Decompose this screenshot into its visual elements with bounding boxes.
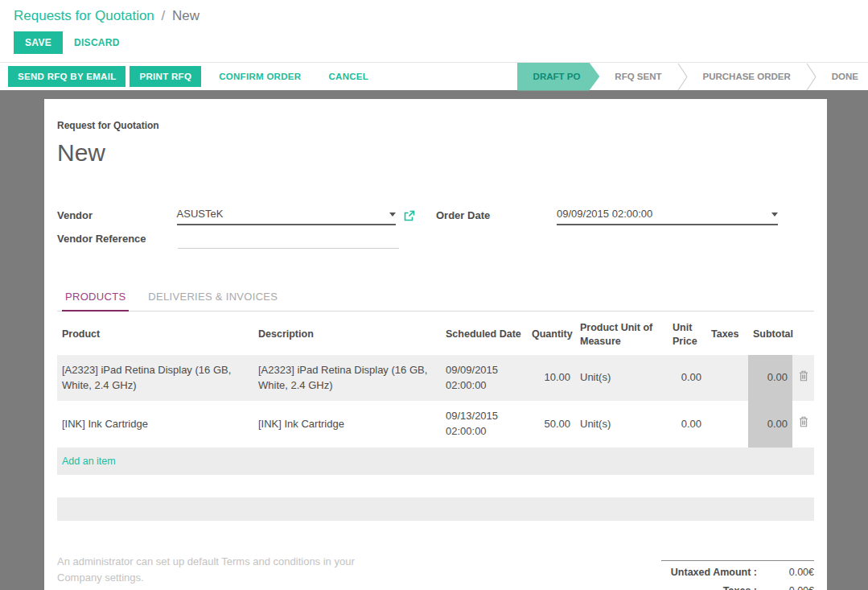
col-header-subtotal[interactable]: Subtotal [748,315,792,355]
totals-block: Untaxed Amount : 0.00€ Taxes : 0.00€ Tot… [661,560,814,590]
footer-section: Untaxed Amount : 0.00€ Taxes : 0.00€ Tot… [57,554,814,590]
empty-section-bar [57,497,814,521]
order-date-field[interactable]: 09/09/2015 02:00:00 [557,208,778,225]
cell-subtotal: 0.00 [748,355,792,402]
order-date-label: Order Date [436,209,557,225]
tab-products[interactable]: PRODUCTS [62,284,129,312]
workflow-toolbar: SEND RFQ BY EMAIL PRINT RFQ CONFIRM ORDE… [0,62,868,90]
status-step-done[interactable]: DONE [817,63,868,91]
vendor-label: Vendor [57,209,177,225]
col-header-uom[interactable]: Product Unit of Measure [575,315,668,355]
order-lines-table: Product Description Scheduled Date Quant… [57,315,814,475]
order-date-value[interactable]: 09/09/2015 02:00:00 [557,208,768,221]
main-content-area: Request for Quotation New Vendor ASUSTeK [0,90,868,590]
cell-quantity[interactable]: 10.00 [527,355,575,402]
status-step-label: DONE [832,72,858,81]
status-step-label: DRAFT PO [533,72,581,81]
col-header-actions [792,315,814,355]
col-header-taxes[interactable]: Taxes [706,315,748,355]
page-title: New [57,139,814,167]
cell-uom[interactable]: Unit(s) [575,401,668,448]
status-step-draft-po[interactable]: DRAFT PO [517,63,600,91]
taxes-value: 0.00€ [764,585,814,590]
trash-icon[interactable] [799,370,808,382]
form-sheet: Request for Quotation New Vendor ASUSTeK [44,99,827,590]
col-header-quantity[interactable]: Quantity [527,315,575,355]
status-step-purchase-order[interactable]: PURCHASE ORDER [688,63,806,91]
breadcrumb-separator: / [158,8,169,23]
cell-actions [792,401,814,448]
breadcrumb-current: New [172,8,200,23]
notebook-tabs: PRODUCTS DELIVERIES & INVOICES [57,284,814,312]
cell-actions [792,355,814,402]
cell-scheduled-date[interactable]: 09/13/2015 02:00:00 [441,401,527,448]
status-step-label: PURCHASE ORDER [703,72,791,81]
cancel-button[interactable]: CANCEL [315,66,382,87]
col-header-scheduled-date[interactable]: Scheduled Date [441,315,527,355]
col-header-product[interactable]: Product [57,315,253,355]
discard-button[interactable]: DISCARD [63,31,131,54]
cell-description[interactable]: [INK] Ink Cartridge [253,401,441,448]
cell-scheduled-date[interactable]: 09/09/2015 02:00:00 [441,355,527,402]
document-type-label: Request for Quotation [57,120,814,131]
vendor-field[interactable]: ASUSTeK [177,208,396,225]
cell-description[interactable]: [A2323] iPad Retina Display (16 GB, Whit… [253,355,441,402]
chevron-down-icon[interactable] [771,212,778,217]
cell-subtotal: 0.00 [748,401,792,448]
trash-icon[interactable] [799,416,808,427]
col-header-unit-price[interactable]: Unit Price [668,315,706,355]
confirm-order-button[interactable]: CONFIRM ORDER [205,66,315,87]
cell-product[interactable]: [INK] Ink Cartridge [57,401,253,448]
vendor-reference-field[interactable] [178,232,399,249]
cell-taxes[interactable] [706,401,748,448]
breadcrumb-parent-link[interactable]: Requests for Quotation [14,8,154,23]
breadcrumb: Requests for Quotation / New [14,8,854,24]
cell-product[interactable]: [A2323] iPad Retina Display (16 GB, Whit… [57,355,253,402]
vendor-reference-label: Vendor Reference [57,233,178,249]
cell-taxes[interactable] [706,355,748,402]
untaxed-amount-value: 0.00€ [764,567,814,578]
col-header-description[interactable]: Description [253,315,441,355]
cell-quantity[interactable]: 50.00 [527,401,575,448]
status-bar: DRAFT PO RFQ SENT PURCHASE ORDER DONE [517,63,868,91]
step-separator-chevron-icon [677,63,688,91]
untaxed-amount-label: Untaxed Amount : [661,567,764,578]
field-group: Vendor ASUSTeK Vendor Reference [57,204,814,250]
taxes-label: Taxes : [661,585,764,590]
cell-unit-price[interactable]: 0.00 [668,401,706,448]
add-an-item-row[interactable]: Add an item [57,448,814,475]
vendor-reference-value[interactable] [178,232,399,245]
chevron-down-icon[interactable] [389,212,396,217]
terms-notes-area [57,554,400,590]
terms-notes-textarea[interactable] [57,554,397,590]
tab-deliveries-invoices[interactable]: DELIVERIES & INVOICES [145,284,281,311]
print-rfq-button[interactable]: PRINT RFQ [130,66,201,87]
status-step-rfq-sent[interactable]: RFQ SENT [599,63,677,91]
record-action-row: SAVE DISCARD [14,31,854,62]
send-rfq-by-email-button[interactable]: SEND RFQ BY EMAIL [8,66,125,87]
table-header-row: Product Description Scheduled Date Quant… [57,315,814,355]
status-step-label: RFQ SENT [615,72,661,81]
step-separator-chevron-icon [806,63,817,91]
table-row[interactable]: [A2323] iPad Retina Display (16 GB, Whit… [57,355,814,402]
save-button[interactable]: SAVE [14,31,63,54]
untaxed-amount-row: Untaxed Amount : 0.00€ [661,560,814,581]
cell-unit-price[interactable]: 0.00 [668,355,706,402]
cell-uom[interactable]: Unit(s) [575,355,668,402]
external-link-icon[interactable] [403,210,415,222]
add-an-item-link[interactable]: Add an item [57,448,814,475]
top-bar: Requests for Quotation / New SAVE DISCAR… [0,0,868,62]
taxes-row: Taxes : 0.00€ [661,581,814,590]
vendor-value[interactable]: ASUSTeK [177,208,386,221]
table-row[interactable]: [INK] Ink Cartridge [INK] Ink Cartridge … [57,401,814,448]
